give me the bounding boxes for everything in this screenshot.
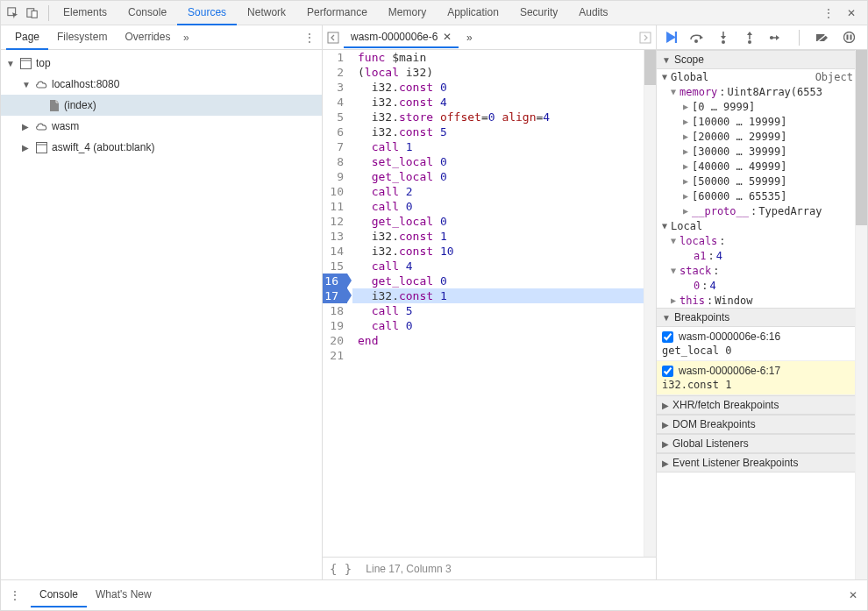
scope-header[interactable]: ▼Scope — [657, 50, 867, 69]
gutter-line[interactable]: 21 — [323, 348, 344, 363]
gutter-line[interactable]: 14 — [323, 244, 344, 259]
main-tab-application[interactable]: Application — [437, 1, 509, 25]
memory-range[interactable]: ▶[60000 … 65535] — [657, 188, 867, 203]
breakpoint-checkbox[interactable] — [662, 366, 673, 377]
scope-locals[interactable]: ▼locals: — [657, 233, 867, 248]
tree-node-top[interactable]: ▼ top — [1, 53, 322, 74]
code-line[interactable]: call 0 — [352, 318, 656, 333]
section-header[interactable]: ▶Event Listener Breakpoints — [657, 453, 867, 472]
gutter-line[interactable]: 19 — [323, 318, 344, 333]
editor-scrollbar[interactable] — [644, 50, 656, 557]
code-line[interactable]: call 2 — [352, 184, 656, 199]
gutter-line[interactable]: 6 — [323, 124, 344, 139]
code-line[interactable]: i32.const 10 — [352, 244, 656, 259]
left-tab-page[interactable]: Page — [6, 25, 48, 50]
main-tab-audits[interactable]: Audits — [568, 1, 618, 25]
more-tabs-icon[interactable]: » — [179, 31, 193, 45]
code-line[interactable]: func $main — [352, 50, 656, 65]
main-tab-network[interactable]: Network — [237, 1, 296, 25]
code-line[interactable]: i32.store offset=0 align=4 — [352, 110, 656, 124]
scope-proto[interactable]: ▶__proto__: TypedArray — [657, 203, 867, 218]
tree-node-index[interactable]: (index) — [1, 95, 322, 116]
gutter-line[interactable]: 4 — [323, 95, 344, 110]
tree-node-blank[interactable]: ▶ aswift_4 (about:blank) — [1, 137, 322, 158]
code-line[interactable]: (local i32) — [352, 65, 656, 80]
kebab-menu-icon[interactable]: ⋮ — [822, 6, 836, 20]
code-line[interactable]: call 4 — [352, 259, 656, 274]
pretty-print-icon[interactable]: { } — [330, 562, 352, 576]
memory-range[interactable]: ▶[30000 … 39999] — [657, 144, 867, 159]
step-into-button[interactable] — [716, 31, 730, 45]
deactivate-breakpoints-button[interactable] — [815, 31, 829, 45]
editor-tab[interactable]: wasm-0000006e-6 ✕ — [344, 27, 459, 48]
tree-node-wasm[interactable]: ▶ wasm — [1, 116, 322, 137]
main-tab-memory[interactable]: Memory — [378, 1, 437, 25]
gutter-line[interactable]: 7 — [323, 139, 344, 154]
scope-item[interactable]: 0: 4 — [657, 278, 867, 293]
code-line[interactable]: get_local 0 — [352, 169, 656, 184]
code-line[interactable]: call 1 — [352, 139, 656, 154]
close-devtools-icon[interactable]: ✕ — [844, 6, 858, 20]
section-header[interactable]: ▶Global Listeners — [657, 434, 867, 453]
drawer-tab-what-s-new[interactable]: What's New — [87, 583, 160, 607]
breakpoint-checkbox[interactable] — [662, 331, 673, 343]
gutter-line[interactable]: 18 — [323, 303, 344, 318]
code-line[interactable]: i32.const 5 — [352, 124, 656, 139]
breakpoint-entry[interactable]: wasm-0000006e-6:17i32.const 1 — [657, 361, 867, 395]
gutter-line[interactable]: 11 — [323, 199, 344, 214]
gutter-line[interactable]: 12 — [323, 214, 344, 229]
pause-exceptions-button[interactable] — [842, 31, 856, 45]
gutter-line[interactable]: 5 — [323, 110, 344, 124]
scope-this[interactable]: ▶this: Window — [657, 293, 867, 308]
memory-range[interactable]: ▶[40000 … 49999] — [657, 159, 867, 174]
gutter-line[interactable]: 10 — [323, 184, 344, 199]
main-tab-console[interactable]: Console — [117, 1, 177, 25]
left-tab-filesystem[interactable]: Filesystem — [48, 25, 116, 50]
code-line[interactable] — [352, 348, 656, 363]
code-line[interactable]: i32.const 0 — [352, 80, 656, 95]
section-header[interactable]: ▶DOM Breakpoints — [657, 415, 867, 434]
code-line[interactable]: get_local 0 — [352, 274, 656, 288]
code-line[interactable]: call 5 — [352, 303, 656, 318]
tree-node-host[interactable]: ▼ localhost:8080 — [1, 74, 322, 95]
gutter-line[interactable]: 20 — [323, 333, 344, 348]
code-line[interactable]: end — [352, 333, 656, 348]
close-tab-icon[interactable]: ✕ — [443, 31, 452, 43]
memory-range[interactable]: ▶[10000 … 19999] — [657, 114, 867, 129]
code-line[interactable]: get_local 0 — [352, 214, 656, 229]
gutter-line[interactable]: 3 — [323, 80, 344, 95]
gutter-line[interactable]: 17 — [323, 288, 347, 303]
drawer-tab-console[interactable]: Console — [31, 583, 87, 607]
memory-range[interactable]: ▶[20000 … 29999] — [657, 129, 867, 144]
gutter-line[interactable]: 8 — [323, 154, 344, 169]
code-line[interactable]: i32.const 1 — [352, 229, 656, 244]
right-scrollbar[interactable] — [855, 50, 867, 579]
memory-range[interactable]: ▶[0 … 9999] — [657, 99, 867, 114]
main-tab-elements[interactable]: Elements — [53, 1, 117, 25]
breakpoint-entry[interactable]: wasm-0000006e-6:16get_local 0 — [657, 327, 867, 361]
code-line[interactable]: i32.const 1 — [352, 288, 656, 303]
left-tab-overrides[interactable]: Overrides — [116, 25, 179, 50]
code-line[interactable]: set_local 0 — [352, 154, 656, 169]
section-header[interactable]: ▶XHR/fetch Breakpoints — [657, 395, 867, 415]
main-tab-performance[interactable]: Performance — [296, 1, 378, 25]
scope-item[interactable]: a1: 4 — [657, 248, 867, 263]
scope-memory[interactable]: ▼memory: Uint8Array(6553 — [657, 84, 867, 99]
gutter-line[interactable]: 16 — [323, 274, 347, 288]
more-tabs-icon[interactable]: » — [462, 31, 476, 45]
inspect-icon[interactable] — [6, 6, 20, 20]
scope-local[interactable]: ▼Local — [657, 218, 867, 233]
gutter-line[interactable]: 15 — [323, 259, 344, 274]
main-tab-sources[interactable]: Sources — [177, 1, 237, 25]
code-line[interactable]: i32.const 4 — [352, 95, 656, 110]
nav-forward-icon[interactable] — [638, 31, 652, 45]
device-toggle-icon[interactable] — [25, 6, 39, 20]
kebab-menu-icon[interactable]: ⋮ — [8, 588, 22, 602]
gutter-line[interactable]: 9 — [323, 169, 344, 184]
close-drawer-icon[interactable]: ✕ — [846, 588, 860, 602]
gutter-line[interactable]: 2 — [323, 65, 344, 80]
gutter-line[interactable]: 1 — [323, 50, 344, 65]
scope-global[interactable]: ▼GlobalObject — [657, 69, 867, 84]
nav-back-icon[interactable] — [326, 31, 340, 45]
main-tab-security[interactable]: Security — [509, 1, 568, 25]
